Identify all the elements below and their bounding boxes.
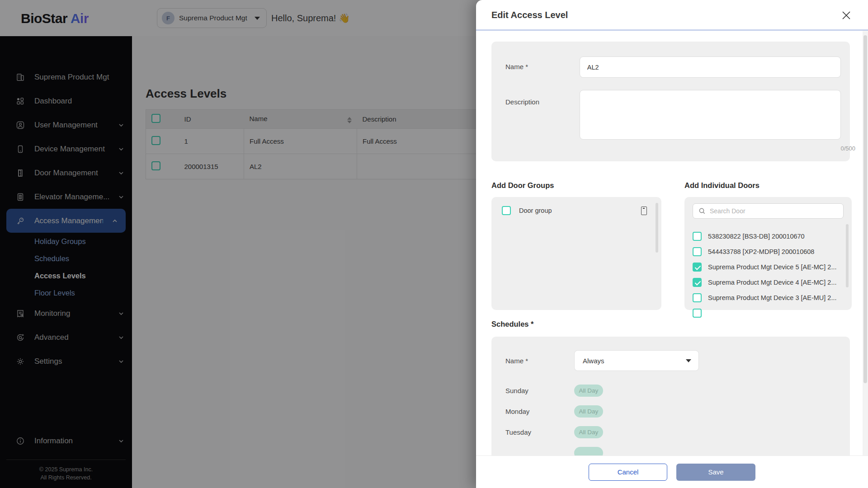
door-list-item-partial[interactable] — [693, 305, 844, 321]
drawer-scrollbar-thumb[interactable] — [863, 35, 867, 383]
drawer-header: Edit Access Level — [476, 0, 868, 30]
drawer-footer: Cancel Save — [476, 455, 868, 488]
door-list-item[interactable]: 538230822 [BS3-DB] 200010670 — [693, 229, 844, 244]
drawer-scrollbar[interactable] — [863, 31, 868, 488]
door-checkbox[interactable] — [693, 263, 702, 272]
door-group-item[interactable]: Door group — [502, 204, 661, 217]
day-badge: All Day — [574, 385, 603, 397]
drawer-title: Edit Access Level — [491, 10, 568, 20]
char-counter: 0/500 — [505, 145, 855, 152]
doors-list-scrollbar[interactable] — [846, 224, 849, 287]
door-label: Suprema Product Mgt Device 5 [AE-MC] 2..… — [708, 263, 836, 271]
day-row-monday: Monday All Day — [505, 405, 850, 418]
door-list-item[interactable]: Suprema Product Mgt Device 3 [AE-MU] 2..… — [693, 290, 844, 305]
schedule-selected-value: Always — [583, 357, 683, 365]
name-form-row: Name * — [505, 56, 841, 78]
day-label: Monday — [505, 408, 574, 415]
individual-doors-panel: 538230822 [BS3-DB] 200010670 544433788 [… — [684, 197, 852, 310]
individual-doors-heading: Add Individual Doors — [684, 181, 760, 190]
door-checkbox[interactable] — [693, 247, 702, 256]
day-row-partial — [505, 447, 850, 455]
day-row-sunday: Sunday All Day — [505, 385, 850, 397]
day-badge-partial — [574, 447, 603, 455]
doors-list: 538230822 [BS3-DB] 200010670 544433788 [… — [693, 229, 844, 321]
door-group-checkbox[interactable] — [502, 206, 511, 215]
door-groups-scrollbar[interactable] — [656, 203, 658, 253]
description-label: Description — [505, 90, 580, 140]
drawer-content: Name * Description 0/500 Add Door Groups… — [476, 30, 868, 455]
day-badge: All Day — [574, 405, 603, 418]
door-label: 544433788 [XP2-MDPB] 200010608 — [708, 248, 814, 255]
door-label: Suprema Product Mgt Device 4 [AE-MC] 2..… — [708, 279, 836, 286]
door-group-label: Door group — [519, 207, 633, 214]
edit-access-level-drawer: Edit Access Level Name * Description 0/5… — [476, 0, 868, 488]
cancel-button[interactable]: Cancel — [589, 464, 667, 481]
door-groups-panel: Door group — [491, 197, 661, 310]
save-button[interactable]: Save — [676, 464, 755, 481]
door-label: 538230822 [BS3-DB] 200010670 — [708, 233, 805, 240]
description-textarea[interactable] — [580, 90, 841, 140]
name-label: Name * — [505, 56, 580, 78]
schedules-panel: Name * Always Sunday All Day Monday All … — [491, 337, 850, 455]
day-label: Sunday — [505, 387, 574, 394]
schedule-name-label: Name * — [505, 357, 574, 365]
schedule-select[interactable]: Always — [574, 350, 699, 371]
search-icon — [698, 207, 706, 215]
chevron-down-icon — [686, 359, 691, 362]
basic-info-panel: Name * Description 0/500 — [491, 42, 850, 161]
door-list-item[interactable]: Suprema Product Mgt Device 4 [AE-MC] 2..… — [693, 275, 844, 290]
door-label: Suprema Product Mgt Device 3 [AE-MU] 2..… — [708, 294, 836, 301]
door-list-item[interactable]: 544433788 [XP2-MDPB] 200010608 — [693, 244, 844, 259]
door-search-input[interactable] — [710, 207, 838, 215]
door-search-box — [693, 203, 844, 219]
schedule-name-row: Name * Always — [505, 350, 850, 371]
door-list-item[interactable]: Suprema Product Mgt Device 5 [AE-MC] 2..… — [693, 259, 844, 275]
door-checkbox[interactable] — [693, 309, 702, 318]
description-form-row: Description — [505, 90, 841, 140]
door-checkbox[interactable] — [693, 278, 702, 287]
day-row-tuesday: Tuesday All Day — [505, 426, 850, 438]
schedules-heading: Schedules * — [491, 320, 868, 328]
door-checkbox[interactable] — [693, 293, 702, 302]
door-groups-heading: Add Door Groups — [491, 181, 684, 190]
door-group-expand-icon[interactable] — [641, 206, 647, 215]
day-label: Tuesday — [505, 428, 574, 436]
door-checkbox[interactable] — [693, 232, 702, 241]
day-badge: All Day — [574, 426, 603, 438]
close-icon[interactable] — [840, 9, 853, 22]
name-input[interactable] — [580, 56, 841, 78]
